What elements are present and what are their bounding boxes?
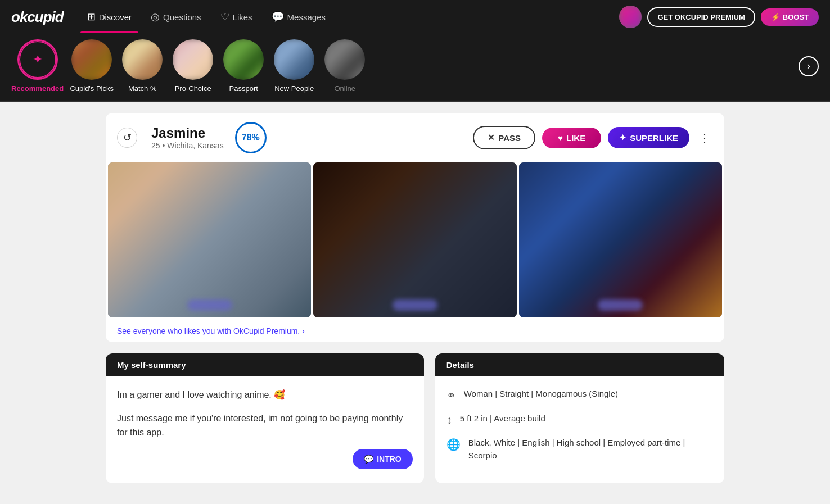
- categories-bar: ✦ Recommended Cupid's Picks Match % Pro-…: [0, 34, 830, 101]
- intro-button[interactable]: 💬 INTRO: [353, 449, 413, 469]
- pro-choice-thumb: [173, 39, 213, 80]
- globe-icon: 🌐: [446, 438, 461, 451]
- new-people-label: New People: [274, 84, 314, 93]
- detail-height-text: 5 ft 2 in | Average build: [460, 412, 545, 425]
- category-match[interactable]: Match %: [120, 39, 165, 93]
- details-card: Details ⚭ Woman | Straight | Monogamous …: [435, 353, 724, 483]
- detail-row-background: 🌐 Black, White | English | High school |…: [446, 437, 713, 462]
- category-pro-choice[interactable]: Pro-Choice: [170, 39, 215, 93]
- message-icon: 💬: [364, 455, 373, 464]
- detail-gender-text: Woman | Straight | Monogamous (Single): [464, 388, 618, 401]
- heart-filled-icon: ♥: [558, 133, 563, 143]
- summary-text: Im a gamer and I love watching anime. 🥰 …: [117, 388, 413, 440]
- cupids-picks-label: Cupid's Picks: [70, 84, 114, 93]
- detail-background-text: Black, White | English | High school | E…: [468, 437, 713, 462]
- profile-details: My self-summary Im a gamer and I love wa…: [106, 353, 724, 483]
- self-summary-card: My self-summary Im a gamer and I love wa…: [106, 353, 424, 483]
- questions-icon: ◎: [151, 11, 160, 23]
- heart-icon: ♡: [220, 11, 229, 23]
- category-new-people[interactable]: New People: [272, 39, 317, 93]
- photo-2[interactable]: [313, 162, 516, 317]
- detail-row-height: ↕ 5 ft 2 in | Average build: [446, 412, 713, 426]
- top-navigation: okcupid ⊞ Discover ◎ Questions ♡ Likes 💬…: [0, 0, 830, 34]
- x-icon: ✕: [488, 133, 495, 143]
- sun-icon: ✦: [33, 52, 43, 67]
- app-logo: okcupid: [11, 8, 64, 26]
- photos-strip: [106, 162, 724, 320]
- recommended-icon-circle: ✦: [19, 41, 56, 78]
- nav-likes[interactable]: ♡ Likes: [214, 6, 259, 28]
- action-buttons: ✕ PASS ♥ LIKE ✦ SUPERLIKE ⋮: [473, 126, 713, 149]
- photo-3-badge: [598, 299, 643, 311]
- recommended-thumb: ✦: [17, 39, 58, 80]
- categories-bar-wrapper: ✦ Recommended Cupid's Picks Match % Pro-…: [0, 34, 830, 102]
- nav-questions[interactable]: ◎ Questions: [144, 6, 208, 28]
- recommended-label: Recommended: [11, 84, 64, 93]
- profile-card: ↺ Jasmine 25 • Wichita, Kansas 78% ✕ PAS…: [106, 113, 724, 342]
- self-summary-body: Im a gamer and I love watching anime. 🥰 …: [106, 376, 424, 460]
- messages-icon: 💬: [272, 11, 284, 23]
- gender-icon: ⚭: [446, 389, 456, 402]
- premium-button[interactable]: GET OKCUPID PREMIUM: [647, 7, 755, 27]
- photo-1-badge: [187, 299, 232, 311]
- category-passport[interactable]: Passport: [221, 39, 266, 93]
- category-cupids-picks[interactable]: Cupid's Picks: [69, 39, 114, 93]
- user-avatar[interactable]: [619, 6, 642, 28]
- undo-button[interactable]: ↺: [117, 128, 137, 148]
- details-body: ⚭ Woman | Straight | Monogamous (Single)…: [435, 376, 724, 483]
- profile-header: ↺ Jasmine 25 • Wichita, Kansas 78% ✕ PAS…: [106, 113, 724, 162]
- online-label: Online: [334, 84, 355, 93]
- new-people-thumb: [274, 39, 314, 80]
- categories-next-button[interactable]: ›: [799, 56, 819, 76]
- discover-icon: ⊞: [87, 11, 96, 23]
- photo-1[interactable]: [108, 162, 311, 317]
- passport-thumb: [223, 39, 264, 80]
- match-thumb: [122, 39, 163, 80]
- match-percent-circle: 78%: [235, 122, 267, 153]
- superlike-button[interactable]: ✦ SUPERLIKE: [608, 127, 689, 148]
- profile-age-location: 25 • Wichita, Kansas: [151, 141, 224, 150]
- pro-choice-label: Pro-Choice: [175, 84, 211, 93]
- main-content: ↺ Jasmine 25 • Wichita, Kansas 78% ✕ PAS…: [94, 102, 736, 494]
- photo-2-badge: [393, 299, 437, 311]
- profile-info: Jasmine 25 • Wichita, Kansas: [151, 125, 224, 150]
- category-online[interactable]: Online: [322, 39, 367, 93]
- nav-discover[interactable]: ⊞ Discover: [80, 6, 138, 28]
- category-recommended[interactable]: ✦ Recommended: [11, 39, 64, 93]
- details-header: Details: [435, 353, 724, 376]
- detail-row-gender: ⚭ Woman | Straight | Monogamous (Single): [446, 388, 713, 402]
- height-icon: ↕: [446, 414, 452, 426]
- superlike-icon: ✦: [619, 133, 626, 143]
- likes-banner[interactable]: See everyone who likes you with OkCupid …: [106, 320, 724, 342]
- premium-likes-link[interactable]: See everyone who likes you with OkCupid …: [117, 326, 305, 335]
- boost-button[interactable]: ⚡ BOOST: [761, 8, 819, 26]
- photo-3[interactable]: [519, 162, 722, 317]
- match-label: Match %: [128, 84, 157, 93]
- pass-button[interactable]: ✕ PASS: [473, 126, 535, 149]
- cupids-picks-thumb: [71, 39, 112, 80]
- more-options-button[interactable]: ⋮: [696, 128, 713, 147]
- self-summary-header: My self-summary: [106, 353, 424, 376]
- nav-messages[interactable]: 💬 Messages: [265, 6, 332, 28]
- passport-label: Passport: [229, 84, 258, 93]
- summary-paragraph-1: Im a gamer and I love watching anime. 🥰: [117, 388, 413, 402]
- summary-paragraph-2: Just message me if you're interested, im…: [117, 411, 413, 440]
- boost-lightning-icon: ⚡: [771, 13, 780, 21]
- like-button[interactable]: ♥ LIKE: [542, 128, 601, 148]
- profile-name: Jasmine: [151, 125, 224, 141]
- online-thumb: [324, 39, 365, 80]
